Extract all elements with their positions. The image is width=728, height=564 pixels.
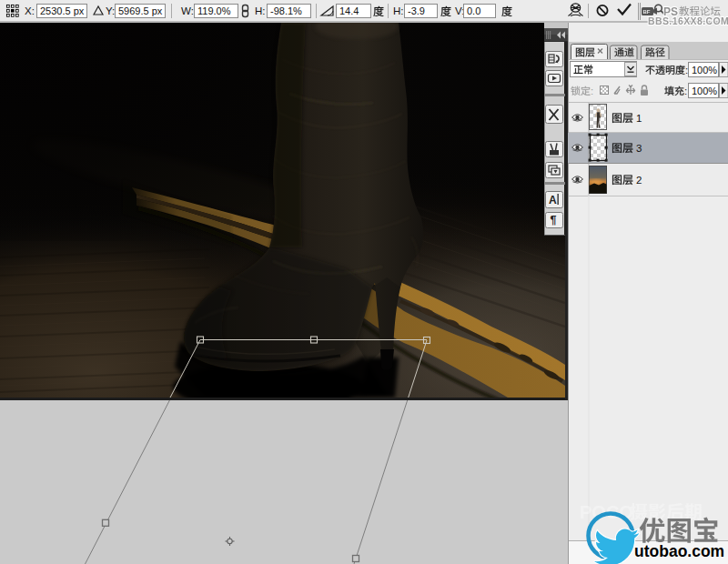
- svg-text:utobao.com: utobao.com: [634, 542, 724, 560]
- svg-text:BF: BF: [643, 9, 651, 15]
- svg-text:BBS.16XX8.COM: BBS.16XX8.COM: [648, 15, 728, 26]
